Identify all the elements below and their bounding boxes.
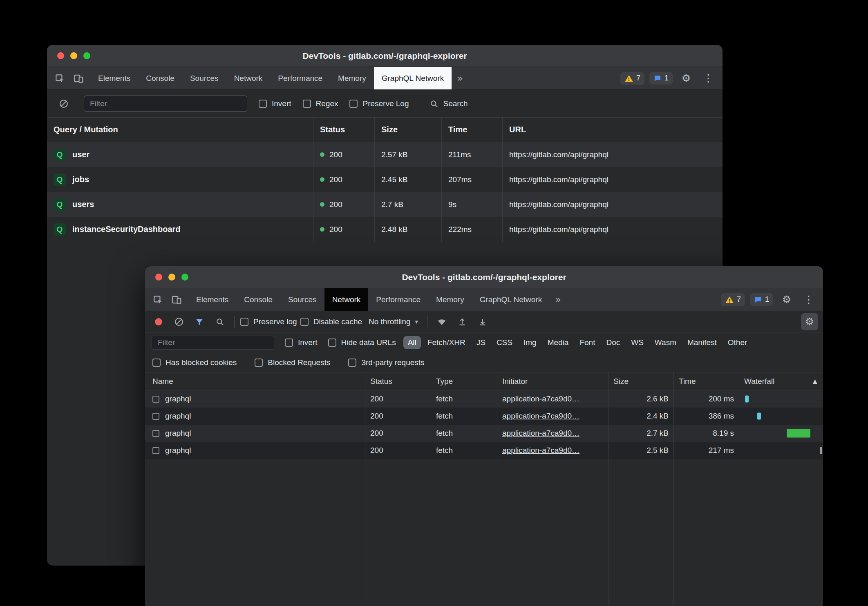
blocked-requests-checkbox[interactable]: Blocked Requests <box>255 358 330 367</box>
clear-log-icon[interactable] <box>55 95 72 112</box>
filter-pill-doc[interactable]: Doc <box>602 336 624 349</box>
request-row[interactable]: graphql 200 fetch application-a7ca9d0… 2… <box>145 408 823 425</box>
has-blocked-cookies-checkbox[interactable]: Has blocked cookies <box>152 358 237 367</box>
inspect-element-icon[interactable] <box>51 70 68 87</box>
tab-console[interactable]: Console <box>138 67 182 89</box>
throttling-select[interactable]: No throttling ▾ <box>365 317 421 326</box>
device-toolbar-icon[interactable] <box>70 70 87 87</box>
export-har-icon[interactable] <box>474 313 491 330</box>
search-icon[interactable] <box>211 313 228 330</box>
tab-sources[interactable]: Sources <box>182 67 226 89</box>
column-header-size[interactable]: Size <box>608 372 674 390</box>
column-header-time[interactable]: Time <box>442 118 503 142</box>
issues-badge[interactable]: 1 <box>649 72 673 85</box>
column-header-waterfall[interactable]: Waterfall ▲ <box>739 372 823 390</box>
filter-pill-manifest[interactable]: Manifest <box>683 336 721 349</box>
record-network-log-button[interactable] <box>150 313 167 330</box>
third-party-requests-checkbox[interactable]: 3rd-party requests <box>348 358 424 367</box>
filter-pill-js[interactable]: JS <box>472 336 490 349</box>
request-row[interactable]: graphql 200 fetch application-a7ca9d0… 2… <box>145 442 823 459</box>
network-settings-gear-icon[interactable]: ⚙ <box>801 313 818 330</box>
column-header-type[interactable]: Type <box>431 372 497 390</box>
search-button[interactable]: Search <box>429 99 468 109</box>
filter-pill-ws[interactable]: WS <box>626 336 648 349</box>
close-window-button[interactable] <box>155 274 162 281</box>
network-filter-bar: Invert Hide data URLs All Fetch/XHR JS C… <box>145 332 823 353</box>
warnings-badge[interactable]: 7 <box>620 72 644 85</box>
tab-performance[interactable]: Performance <box>270 67 330 89</box>
column-header-status[interactable]: Status <box>313 118 375 142</box>
filter-pill-all[interactable]: All <box>403 336 421 349</box>
filter-pill-media[interactable]: Media <box>543 336 573 349</box>
device-toolbar-icon[interactable] <box>168 291 185 308</box>
filter-pill-other[interactable]: Other <box>723 336 752 349</box>
tab-network[interactable]: Network <box>324 288 369 311</box>
zoom-window-button[interactable] <box>83 52 90 59</box>
column-header-initiator[interactable]: Initiator <box>497 372 608 390</box>
table-row[interactable]: Q user 200 2.57 kB 211ms https://gitlab.… <box>47 142 723 167</box>
table-row[interactable]: Q instanceSecurityDashboard 200 2.48 kB … <box>47 217 723 242</box>
settings-gear-icon[interactable]: ⚙ <box>678 70 695 87</box>
column-header-query-mutation[interactable]: Query / Mutation <box>47 118 313 142</box>
tab-memory[interactable]: Memory <box>428 288 472 311</box>
initiator-link[interactable]: application-a7ca9d0… <box>502 429 579 438</box>
more-tabs-icon[interactable]: » <box>452 67 468 89</box>
disable-cache-checkbox[interactable]: Disable cache <box>300 317 362 326</box>
row-checkbox[interactable] <box>152 430 159 437</box>
column-header-size[interactable]: Size <box>375 118 442 142</box>
invert-checkbox[interactable]: Invert <box>285 338 318 347</box>
column-header-url[interactable]: URL <box>503 118 723 142</box>
column-header-name[interactable]: Name <box>145 372 365 390</box>
close-window-button[interactable] <box>57 52 64 59</box>
tab-memory[interactable]: Memory <box>330 67 374 89</box>
tab-performance[interactable]: Performance <box>368 288 428 311</box>
request-row[interactable]: graphql 200 fetch application-a7ca9d0… 2… <box>145 390 823 408</box>
initiator-link[interactable]: application-a7ca9d0… <box>502 446 579 455</box>
preserve-log-checkbox[interactable]: Preserve log <box>240 317 297 326</box>
inspect-element-icon[interactable] <box>149 291 166 308</box>
clear-network-log-icon[interactable] <box>170 313 188 330</box>
column-header-time[interactable]: Time <box>674 372 739 390</box>
tab-console[interactable]: Console <box>236 288 280 311</box>
regex-checkbox[interactable]: Regex <box>303 99 338 108</box>
filter-pill-css[interactable]: CSS <box>492 336 517 349</box>
minimize-window-button[interactable] <box>168 274 175 281</box>
time-cell: 211ms <box>442 142 503 167</box>
tab-graphql-network[interactable]: GraphQL Network <box>472 288 550 311</box>
tab-elements[interactable]: Elements <box>188 288 236 311</box>
overflow-menu-icon[interactable]: ⋮ <box>700 70 717 87</box>
import-har-icon[interactable] <box>454 313 471 330</box>
filter-input[interactable] <box>152 336 274 350</box>
preserve-log-checkbox[interactable]: Preserve Log <box>349 99 409 108</box>
initiator-link[interactable]: application-a7ca9d0… <box>502 412 579 421</box>
column-header-status[interactable]: Status <box>365 372 431 390</box>
settings-gear-icon[interactable]: ⚙ <box>778 291 795 308</box>
filter-pill-wasm[interactable]: Wasm <box>650 336 681 349</box>
network-conditions-icon[interactable] <box>433 313 450 330</box>
row-checkbox[interactable] <box>152 396 159 403</box>
warnings-badge[interactable]: 7 <box>721 293 745 306</box>
filter-funnel-icon[interactable] <box>191 313 208 330</box>
hide-data-urls-checkbox[interactable]: Hide data URLs <box>328 338 396 347</box>
issues-badge[interactable]: 1 <box>750 293 773 306</box>
tab-graphql-network[interactable]: GraphQL Network <box>374 67 452 89</box>
filter-input[interactable] <box>84 96 247 112</box>
more-tabs-icon[interactable]: » <box>550 288 566 311</box>
zoom-window-button[interactable] <box>181 274 188 281</box>
table-row[interactable]: Q jobs 200 2.45 kB 207ms https://gitlab.… <box>47 167 723 192</box>
invert-checkbox[interactable]: Invert <box>259 99 291 108</box>
tab-sources[interactable]: Sources <box>280 288 324 311</box>
status-cell: 200 <box>365 425 431 442</box>
filter-pill-font[interactable]: Font <box>575 336 600 349</box>
overflow-menu-icon[interactable]: ⋮ <box>800 291 817 308</box>
row-checkbox[interactable] <box>152 413 159 420</box>
initiator-link[interactable]: application-a7ca9d0… <box>502 394 579 403</box>
minimize-window-button[interactable] <box>70 52 77 59</box>
request-row[interactable]: graphql 200 fetch application-a7ca9d0… 2… <box>145 425 823 442</box>
tab-network[interactable]: Network <box>226 67 271 89</box>
table-row[interactable]: Q users 200 2.7 kB 9s https://gitlab.com… <box>47 192 723 217</box>
filter-pill-img[interactable]: Img <box>519 336 541 349</box>
filter-pill-fetch-xhr[interactable]: Fetch/XHR <box>423 336 470 349</box>
row-checkbox[interactable] <box>152 447 159 454</box>
tab-elements[interactable]: Elements <box>90 67 138 89</box>
